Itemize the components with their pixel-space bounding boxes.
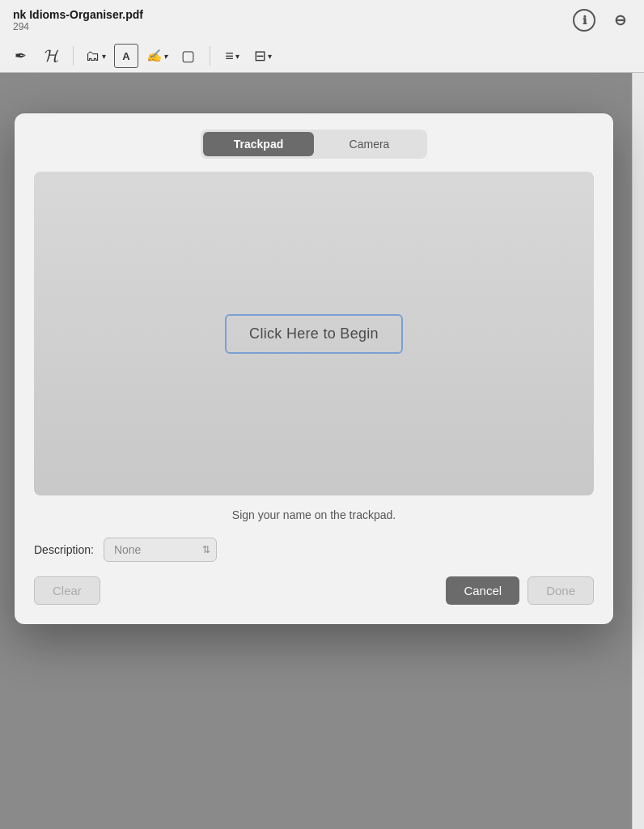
text-tool-icon[interactable]: A bbox=[114, 44, 138, 68]
description-select-wrapper[interactable]: None ⇅ bbox=[104, 538, 217, 562]
document-subtitle: 294 bbox=[13, 21, 143, 32]
click-here-button[interactable]: Click Here to Begin bbox=[225, 314, 403, 354]
tab-trackpad[interactable]: Trackpad bbox=[203, 132, 314, 156]
zoom-out-icon[interactable]: ⊖ bbox=[608, 9, 631, 32]
menu-tool-icon[interactable]: ≡▾ bbox=[220, 44, 244, 68]
handwriting-tool-icon[interactable]: 𝓗 bbox=[39, 44, 63, 68]
description-row: Description: None ⇅ bbox=[34, 538, 594, 562]
clear-button[interactable]: Clear bbox=[34, 576, 100, 605]
toolbar-separator bbox=[73, 46, 74, 66]
done-button[interactable]: Done bbox=[527, 576, 594, 605]
signature-tool-icon[interactable]: ✍▾ bbox=[145, 44, 169, 68]
layout-tool-icon[interactable]: ⊟▾ bbox=[251, 44, 275, 68]
action-buttons: Cancel Done bbox=[446, 576, 594, 605]
folder-tool-icon[interactable]: 🗂▾ bbox=[83, 44, 108, 68]
info-icon[interactable]: ℹ bbox=[573, 9, 595, 32]
document-title: nk Idioms-Organiser.pdf bbox=[13, 8, 143, 21]
signature-drawing-area[interactable]: Click Here to Begin bbox=[34, 172, 594, 495]
window-tool-icon[interactable]: ▢ bbox=[176, 44, 200, 68]
description-select[interactable]: None bbox=[104, 538, 217, 562]
signature-modal: Trackpad Camera Click Here to Begin Sign… bbox=[15, 113, 613, 624]
scrollbar[interactable] bbox=[632, 73, 644, 829]
cancel-button[interactable]: Cancel bbox=[446, 576, 519, 605]
toolbar-separator-2 bbox=[210, 46, 210, 66]
toolbar: nk Idioms-Organiser.pdf 294 ℹ ⊖ ✒ 𝓗 🗂▾ A… bbox=[0, 0, 644, 73]
pen-tool-icon[interactable]: ✒ bbox=[8, 44, 32, 68]
button-row: Clear Cancel Done bbox=[34, 576, 594, 605]
tab-bar: Trackpad Camera bbox=[201, 130, 427, 159]
tab-camera[interactable]: Camera bbox=[314, 132, 425, 156]
description-label: Description: bbox=[34, 543, 94, 556]
instruction-text: Sign your name on the trackpad. bbox=[34, 508, 594, 521]
